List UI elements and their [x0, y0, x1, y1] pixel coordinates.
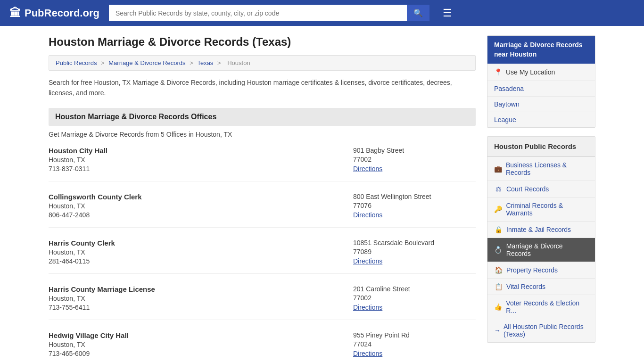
sidebar-record-item[interactable]: 🔒 Inmate & Jail Records [487, 222, 595, 238]
office-name: Hedwig Village City Hall [49, 331, 353, 339]
sidebar-item-label: Marriage & Divorce Records [506, 242, 588, 257]
search-area: 🔍 [109, 5, 429, 21]
office-right-4: 955 Piney Point Rd 77024 Directions [353, 331, 476, 357]
office-zip: 77002 [353, 294, 476, 302]
nearby-location-item[interactable]: Baytown [487, 97, 595, 112]
content-area: Houston Marriage & Divorce Records (Texa… [49, 35, 476, 362]
breadcrumb-public-records[interactable]: Public Records [56, 59, 97, 66]
office-zip: 77002 [353, 156, 476, 163]
office-phone: 713-465-6009 [49, 350, 353, 357]
sidebar-item-label: Business Licenses & Records [506, 161, 588, 176]
use-my-location[interactable]: 📍 Use My Location [487, 64, 595, 81]
office-address: 800 East Wellington Street [353, 193, 476, 200]
office-left-1: Collingsworth County Clerk Houston, TX 8… [49, 193, 353, 219]
breadcrumb-texas[interactable]: Texas [197, 59, 213, 66]
sidebar-item-icon: 💍 [494, 246, 503, 254]
breadcrumb-marriage-divorce[interactable]: Marriage & Divorce Records [108, 59, 185, 66]
directions-link[interactable]: Directions [353, 350, 382, 357]
sidebar-record-item[interactable]: 👍 Voter Records & Election R... [487, 295, 595, 319]
all-records-label: All Houston Public Records (Texas) [504, 323, 588, 338]
nearby-section: Marriage & Divorce Records near Houston … [487, 35, 595, 128]
nearby-location-item[interactable]: Pasadena [487, 81, 595, 97]
offices-list: Houston City Hall Houston, TX 713-837-03… [49, 147, 476, 362]
office-phone: 713-755-6411 [49, 304, 353, 311]
office-name: Houston City Hall [49, 147, 353, 155]
breadcrumb-houston: Houston [227, 59, 250, 66]
header: 🏛 PubRecord.org 🔍 ☰ [0, 0, 644, 26]
logo-icon: 🏛 [9, 7, 21, 20]
page-title: Houston Marriage & Divorce Records (Texa… [49, 35, 476, 49]
sidebar-items-list: 💼 Business Licenses & Records ⚖ Court Re… [487, 157, 595, 319]
nearby-locations-list: PasadenaBaytownLeague [487, 81, 595, 127]
directions-link[interactable]: Directions [353, 304, 382, 311]
sidebar-item-icon: 🔒 [494, 226, 503, 233]
sidebar-record-item[interactable]: 📋 Vital Records [487, 279, 595, 295]
office-entry: Hedwig Village City Hall Houston, TX 713… [49, 331, 476, 362]
houston-records-section: Houston Public Records 💼 Business Licens… [487, 136, 595, 343]
sidebar-record-item[interactable]: 🏠 Property Records [487, 262, 595, 279]
sidebar-record-item[interactable]: ⚖ Court Records [487, 181, 595, 197]
sidebar-record-item[interactable]: 💼 Business Licenses & Records [487, 157, 595, 181]
office-left-3: Harris County Marriage License Houston, … [49, 285, 353, 311]
office-zip: 77076 [353, 202, 476, 209]
menu-icon: ☰ [443, 7, 452, 19]
office-city: Houston, TX [49, 202, 353, 210]
breadcrumb: Public Records > Marriage & Divorce Reco… [49, 55, 476, 71]
directions-link[interactable]: Directions [353, 211, 382, 219]
office-city: Houston, TX [49, 295, 353, 302]
logo[interactable]: 🏛 PubRecord.org [9, 7, 99, 20]
directions-link[interactable]: Directions [353, 257, 382, 265]
sidebar-record-item[interactable]: 🔑 Criminal Records & Warrants [487, 197, 595, 222]
search-icon: 🔍 [413, 9, 423, 17]
office-city: Houston, TX [49, 341, 353, 348]
arrow-icon: → [494, 327, 501, 334]
page-description: Search for free Houston, TX Marriage & D… [49, 77, 476, 99]
sidebar-item-label: Voter Records & Election R... [506, 299, 588, 314]
office-left-2: Harris County Clerk Houston, TX 281-464-… [49, 239, 353, 265]
office-entry: Houston City Hall Houston, TX 713-837-03… [49, 147, 476, 181]
office-right-1: 800 East Wellington Street 77076 Directi… [353, 193, 476, 219]
offices-heading: Houston Marriage & Divorce Records Offic… [49, 108, 476, 126]
office-address: 955 Piney Point Rd [353, 331, 476, 339]
office-entry: Harris County Marriage License Houston, … [49, 285, 476, 320]
nearby-title: Marriage & Divorce Records near Houston [487, 36, 595, 64]
office-phone: 281-464-0115 [49, 257, 353, 265]
sidebar-item-label: Criminal Records & Warrants [506, 202, 588, 217]
sidebar-item-icon: 💼 [494, 165, 502, 173]
office-right-0: 901 Bagby Street 77002 Directions [353, 147, 476, 173]
menu-button[interactable]: ☰ [443, 7, 452, 19]
use-my-location-label: Use My Location [506, 68, 555, 76]
office-entry: Harris County Clerk Houston, TX 281-464-… [49, 239, 476, 274]
sidebar-item-label: Property Records [506, 266, 558, 274]
office-left-4: Hedwig Village City Hall Houston, TX 713… [49, 331, 353, 357]
nearby-location-item[interactable]: League [487, 112, 595, 127]
all-records-link[interactable]: → All Houston Public Records (Texas) [487, 319, 595, 342]
sidebar: Marriage & Divorce Records near Houston … [487, 35, 595, 362]
sidebar-item-label: Court Records [506, 185, 549, 193]
office-city: Houston, TX [49, 156, 353, 164]
office-city: Houston, TX [49, 248, 353, 256]
office-phone: 713-837-0311 [49, 165, 353, 173]
office-entry: Collingsworth County Clerk Houston, TX 8… [49, 193, 476, 228]
search-input[interactable] [109, 5, 407, 21]
main-container: Houston Marriage & Divorce Records (Texa… [39, 26, 605, 362]
sidebar-item-icon: 👍 [494, 303, 502, 311]
sidebar-item-icon: ⚖ [494, 185, 503, 193]
office-address: 901 Bagby Street [353, 147, 476, 154]
logo-text: PubRecord.org [25, 7, 99, 19]
office-address: 201 Caroline Street [353, 285, 476, 293]
office-phone: 806-447-2408 [49, 211, 353, 219]
search-button[interactable]: 🔍 [407, 5, 429, 21]
directions-link[interactable]: Directions [353, 165, 382, 173]
sidebar-item-icon: 📋 [494, 283, 503, 290]
sidebar-item-label: Vital Records [506, 283, 545, 290]
office-left-0: Houston City Hall Houston, TX 713-837-03… [49, 147, 353, 173]
sidebar-item-icon: 🔑 [494, 206, 502, 213]
office-right-3: 201 Caroline Street 77002 Directions [353, 285, 476, 311]
office-zip: 77024 [353, 340, 476, 348]
office-zip: 77089 [353, 248, 476, 255]
sidebar-record-item[interactable]: 💍 Marriage & Divorce Records [487, 238, 595, 262]
office-name: Collingsworth County Clerk [49, 193, 353, 201]
houston-records-title: Houston Public Records [487, 137, 595, 157]
office-name: Harris County Clerk [49, 239, 353, 247]
